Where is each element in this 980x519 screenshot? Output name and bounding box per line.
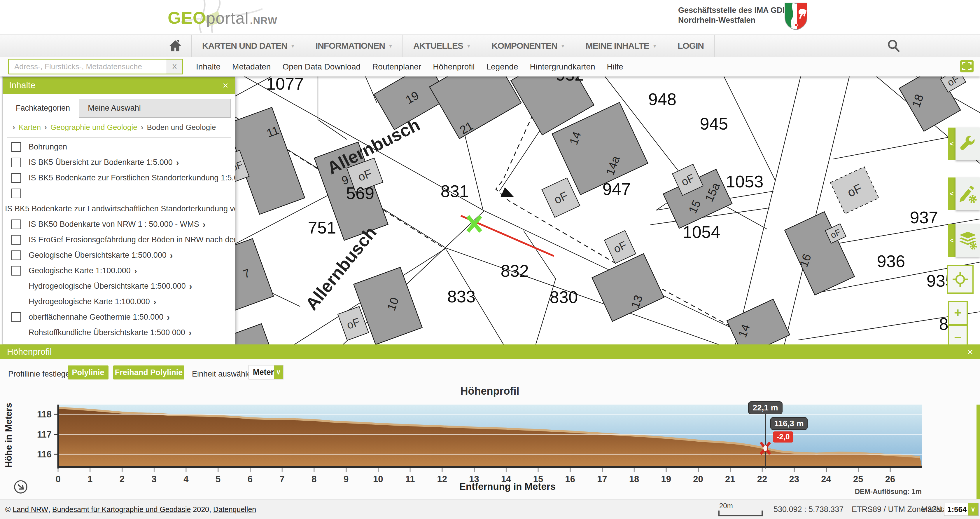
unit-select[interactable]: Meter ∨	[248, 365, 283, 380]
x-tick-label: 25	[853, 474, 863, 484]
breadcrumb-item[interactable]: Geographie und Geologie	[51, 123, 137, 132]
layer-label: oberflächennahe Geothermie 1:50.000	[29, 313, 163, 322]
quicklink-hilfe[interactable]: Hilfe	[607, 62, 623, 72]
x-tick-label: 5	[216, 474, 221, 484]
freihand-polylinie-button[interactable]: Freihand Polylinie	[113, 366, 185, 380]
list-item[interactable]: Hydrogeologische Karte 1:100.000›	[3, 294, 235, 310]
tab-meine-auswahl[interactable]: Meine Auswahl	[79, 99, 150, 117]
flyout-collapse-tab[interactable]: <	[948, 224, 956, 257]
chart-title: Höhenprofil	[461, 385, 519, 397]
polylinie-button[interactable]: Polylinie	[68, 366, 108, 380]
scale-value: 1:564	[944, 503, 968, 516]
quicklink-routenplaner[interactable]: Routenplaner	[372, 62, 421, 72]
chevron-right-icon: ›	[167, 312, 170, 322]
layer-label: Rohstoffkundliche Übersichtskarte 1:500 …	[29, 328, 185, 337]
list-item[interactable]: IS BK5 Bodenkarte zur Landwirtschaftlich…	[3, 201, 235, 217]
panel-tabs: Fachkategorien Meine Auswahl	[7, 99, 231, 118]
x-tick-label: 19	[661, 474, 671, 484]
logo-portal: portal	[206, 8, 249, 27]
tab-fachkategorien[interactable]: Fachkategorien	[7, 99, 79, 118]
layer-checkbox[interactable]	[11, 173, 21, 183]
nav-home[interactable]	[159, 35, 192, 57]
x-tick-label: 4	[183, 474, 189, 484]
search-input[interactable]	[9, 59, 167, 73]
scale-select[interactable]: 1:564 ∨	[944, 503, 979, 516]
x-tick-label: 2	[119, 474, 124, 484]
parcel-number-label: 952	[556, 77, 584, 84]
draw-settings-button[interactable]	[956, 177, 980, 210]
layer-checkbox[interactable]	[11, 158, 21, 167]
list-item[interactable]: IS EroGef Erosionsgefährdung der Böden i…	[3, 232, 235, 248]
layers-settings-button[interactable]	[956, 224, 980, 257]
fullscreen-icon[interactable]	[960, 60, 974, 72]
list-item[interactable]: Rohstoffkundliche Übersichtskarte 1:500 …	[3, 325, 235, 340]
status-bar: © Land NRW, Bundesamt für Kartographie u…	[0, 499, 980, 519]
building-footprint	[592, 254, 664, 321]
locate-button[interactable]	[947, 265, 974, 294]
nav-meine-inhalte[interactable]: MEINE INHALTE▾	[575, 35, 667, 57]
layer-list: BohrungenIS BK5 Übersicht zur Bodenkarte…	[3, 137, 235, 345]
locate-icon	[951, 270, 969, 289]
x-tick-label: 21	[725, 474, 735, 484]
nav-login[interactable]: LOGIN	[667, 35, 714, 57]
list-item[interactable]: Geologische Übersichtskarte 1:500.000›	[3, 248, 235, 263]
panel-resize-strip[interactable]	[977, 404, 980, 499]
layer-checkbox[interactable]	[11, 251, 21, 260]
quicklink-hintergrundkarten[interactable]: Hintergrundkarten	[530, 62, 595, 72]
close-icon[interactable]: ×	[967, 347, 973, 357]
search-clear-button[interactable]: X	[167, 59, 182, 73]
y-tick-label: 117	[37, 430, 52, 439]
quicklink-legende[interactable]: Legende	[486, 62, 518, 72]
agency-text: Geschäftsstelle des IMA GDI Nordrhein-We…	[678, 5, 784, 25]
nav-search[interactable]	[878, 35, 910, 57]
list-item[interactable]: Hydrogeologische Übersichtskarte 1:500.0…	[3, 278, 235, 294]
scalebar-label: 20m	[719, 502, 733, 510]
chevron-down-icon: ▾	[467, 42, 470, 50]
wrench-button[interactable]	[956, 128, 980, 160]
nav-komponenten[interactable]: KOMPONENTEN▾	[481, 35, 575, 57]
breadcrumb-item[interactable]: Karten	[19, 123, 41, 132]
layer-label: IS EroGef Erosionsgefährdung der Böden i…	[29, 235, 235, 244]
parcel-boundary	[235, 77, 271, 96]
layer-checkbox[interactable]	[11, 219, 21, 229]
list-item[interactable]: Geologische Karte 1:100.000›	[3, 263, 235, 278]
parcel-number-label: 832	[501, 261, 529, 280]
nav-informationen[interactable]: INFORMATIONEN▾	[305, 35, 403, 57]
parcel-number-label: 1077	[266, 77, 304, 93]
layer-checkbox[interactable]	[11, 142, 21, 152]
layer-checkbox[interactable]	[11, 235, 21, 244]
close-icon[interactable]: ×	[223, 80, 228, 90]
quicklink-open-data-download[interactable]: Open Data Download	[282, 62, 361, 72]
layer-label: IS BK5 Bodenkarte zur Forstlichen Stando…	[29, 173, 235, 182]
x-tick-label: 1	[88, 474, 92, 484]
list-item[interactable]: Bohrungen	[3, 139, 235, 155]
chevron-right-icon: ›	[141, 123, 143, 132]
link-datenquellen[interactable]: Datenquellen	[213, 505, 256, 514]
list-item[interactable]: IS BK5 Bodenkarte zur Forstlichen Stando…	[3, 170, 235, 186]
quicklink-inhalte[interactable]: Inhalte	[196, 62, 221, 72]
breadcrumb-item[interactable]: Boden und Geologie	[147, 123, 216, 132]
dem-resolution-note: DEM-Auflösung: 1m	[855, 487, 922, 495]
quicklink-h-henprofil[interactable]: Höhenprofil	[433, 62, 474, 72]
layer-checkbox[interactable]	[11, 266, 21, 276]
nav-aktuelles[interactable]: AKTUELLES▾	[403, 35, 481, 57]
list-item[interactable]: Rohstoffe Festgestein (BK50T)›	[3, 340, 235, 345]
list-item[interactable]: IS BK50 Bodenkarte von NRW 1 : 50.000 - …	[3, 217, 235, 232]
link-land-nrw[interactable]: Land NRW	[13, 505, 48, 514]
flyout-collapse-tab[interactable]: <	[948, 177, 956, 210]
flyout-collapse-tab[interactable]: <	[948, 128, 956, 160]
list-item[interactable]	[3, 186, 235, 201]
nav-karten-und-daten[interactable]: KARTEN UND DATEN▾	[192, 35, 305, 57]
list-item[interactable]: IS BK5 Übersicht zur Bodenkarte 1:5.000›	[3, 155, 235, 170]
zoom-in-button[interactable]: +	[948, 301, 968, 325]
quicklink-metadaten[interactable]: Metadaten	[232, 62, 270, 72]
tooltip-marker-center	[763, 445, 768, 451]
geoportal-logo[interactable]: GEOportal.NRW	[168, 7, 277, 27]
hoehenprofil-panel: Höhenprofil × Profillinie festlegen: Pol…	[0, 345, 980, 499]
layer-checkbox[interactable]	[11, 188, 21, 198]
link-bkg[interactable]: Bundesamt für Kartographie und Geodäsie	[52, 505, 191, 514]
search-box: X	[8, 59, 183, 74]
list-item[interactable]: oberflächennahe Geothermie 1:50.000›	[3, 310, 235, 325]
export-profile-button[interactable]	[14, 481, 27, 493]
layer-checkbox[interactable]	[11, 312, 21, 322]
